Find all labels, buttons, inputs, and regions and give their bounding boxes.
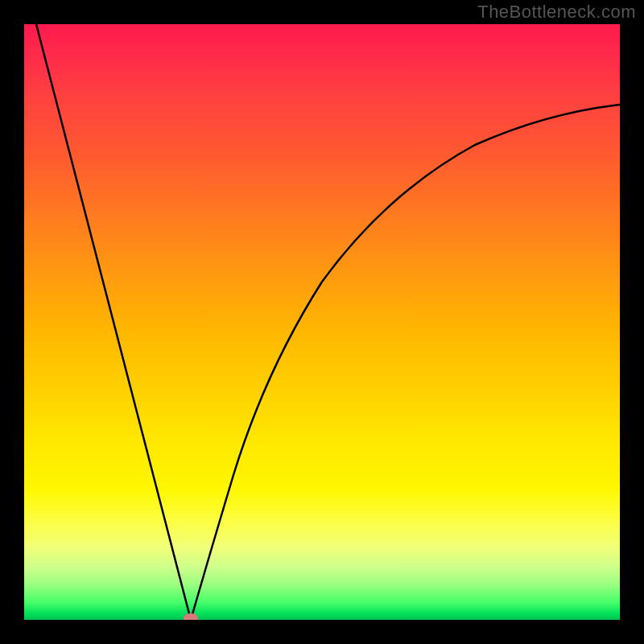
- plot-area: [24, 24, 620, 620]
- frame: TheBottleneck.com: [0, 0, 644, 644]
- watermark-text: TheBottleneck.com: [477, 2, 636, 23]
- curve-right-branch: [191, 105, 620, 620]
- curve-layer: [24, 24, 620, 620]
- curve-left-branch: [36, 24, 191, 620]
- minimum-marker: [184, 613, 198, 620]
